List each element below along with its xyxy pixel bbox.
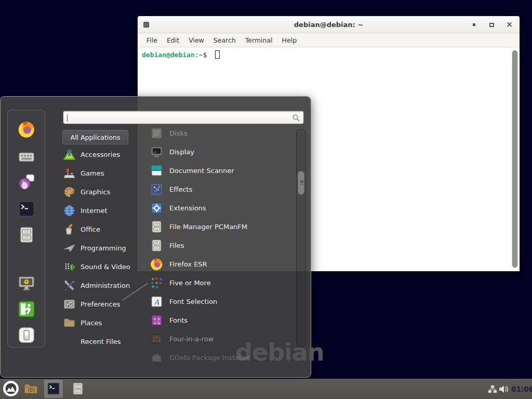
app-label: Font Selection [169, 298, 217, 305]
category-office[interactable]: Office [63, 220, 147, 238]
category-label: Programming [81, 244, 126, 252]
app-label: Fonts [169, 316, 188, 324]
taskbar-files-button[interactable] [71, 382, 85, 395]
network-icon[interactable] [488, 385, 497, 393]
app-display[interactable]: Display [150, 142, 295, 161]
menu-scrollbar[interactable] [296, 129, 306, 348]
favorite-terminal[interactable] [18, 200, 35, 218]
app-firefox-esr[interactable]: Firefox ESR [150, 255, 295, 273]
category-games[interactable]: Games [63, 164, 147, 182]
app-four-in-a-row[interactable]: Four-in-a-row [150, 329, 295, 348]
favorite-firefox[interactable] [18, 121, 35, 138]
logout-icon [18, 300, 35, 318]
taskbar: [D] 01:06 [0, 379, 532, 399]
app-label: Display [169, 148, 194, 156]
category-accessories[interactable]: Accessories [63, 145, 147, 164]
minimize-icon[interactable] [471, 21, 477, 28]
search-input[interactable] [63, 111, 304, 124]
category-internet[interactable]: Internet [63, 201, 147, 220]
power-icon [18, 326, 35, 344]
category-list: AccessoriesGamesGraphicsInternetOfficePr… [63, 145, 147, 351]
pidgin-icon [18, 173, 35, 191]
terminalapp-icon [18, 200, 35, 218]
cabinet-icon [18, 226, 35, 244]
favorite-pidgin[interactable] [18, 173, 35, 191]
app-document-scanner[interactable]: Document Scanner [150, 161, 295, 180]
app-label: Firefox ESR [169, 260, 207, 268]
category-graphics[interactable]: Graphics [63, 182, 147, 201]
administration-icon [63, 279, 76, 292]
app-label: Document Scanner [169, 167, 234, 175]
terminal-menu-view[interactable]: View [184, 35, 209, 46]
app-file-manager-pcmanfm[interactable]: File Manager PCManFM [150, 217, 295, 236]
favorite-keyboard[interactable] [18, 148, 35, 166]
search-icon [292, 114, 300, 122]
gdebi-icon [150, 351, 163, 364]
app-fonts[interactable]: aaa&Fonts [150, 311, 295, 329]
volume-icon[interactable] [499, 385, 509, 393]
app-label: Disks [169, 129, 188, 137]
window-controls [471, 16, 513, 33]
terminal-menubar: FileEditViewSearchTerminalHelp [138, 33, 520, 47]
close-icon[interactable] [506, 21, 513, 28]
favorite-lock-screen[interactable] [18, 274, 35, 292]
app-font-selection[interactable]: AFont Selection [150, 292, 295, 311]
desktop: debian@debian: ~ FileEditViewSearchTermi… [0, 0, 532, 399]
taskbar-terminal-button[interactable] [47, 382, 60, 395]
category-label: Sound & Video [81, 263, 130, 271]
terminal-scrollbar-thumb[interactable] [512, 50, 517, 268]
category-label: Recent Files [81, 338, 121, 345]
terminal-menu-search[interactable]: Search [209, 35, 241, 46]
app-extensions[interactable]: Extensions [150, 198, 295, 217]
lockscreen-icon [18, 274, 35, 292]
svg-text:A: A [154, 297, 160, 305]
all-applications-button[interactable]: All Applications [62, 130, 128, 144]
terminal-menu-terminal[interactable]: Terminal [241, 35, 277, 46]
firefox-icon [18, 121, 35, 138]
terminal-menu-help[interactable]: Help [277, 35, 302, 46]
prompt-separator: : [195, 51, 199, 59]
maximize-icon[interactable] [488, 21, 495, 28]
terminal-titlebar[interactable]: debian@debian: ~ [138, 16, 520, 33]
menu-scrollbar-thumb[interactable] [298, 171, 304, 195]
app-five-or-more[interactable]: Five or More [150, 273, 295, 292]
taskbar-menu-button[interactable] [3, 380, 19, 397]
app-files[interactable]: Files [150, 236, 295, 255]
app-disks[interactable]: Disks [150, 124, 295, 142]
app-label: Extensions [169, 204, 206, 212]
category-label: Preferences [81, 300, 120, 308]
category-label: Office [81, 225, 100, 233]
app-gdebi-package-installer[interactable]: GDebi Package Installer [150, 348, 295, 367]
app-label: Four-in-a-row [169, 335, 214, 343]
taskbar-file-manager-button[interactable]: [D] [24, 383, 38, 395]
preferences-icon [63, 298, 76, 311]
terminal-title: debian@debian: ~ [294, 21, 363, 29]
app-label: Five or More [169, 279, 211, 287]
favorite-shutdown[interactable] [18, 326, 35, 344]
prompt-symbol: $ [203, 51, 211, 59]
category-places[interactable]: Places [63, 313, 147, 332]
category-icon-spacer [63, 335, 76, 348]
category-label: Internet [81, 207, 108, 215]
internet-icon [63, 204, 76, 217]
category-programming[interactable]: Programming [63, 238, 147, 257]
fonts-icon: aaa& [150, 314, 163, 327]
text-caret [67, 114, 68, 121]
terminal-menu-file[interactable]: File [142, 35, 162, 46]
terminal-scrollbar[interactable] [511, 49, 518, 269]
display-icon [150, 145, 163, 158]
favorite-file-manager[interactable] [18, 226, 35, 244]
games-icon [63, 167, 76, 180]
terminal-menu-edit[interactable]: Edit [162, 35, 184, 46]
category-preferences[interactable]: Preferences [63, 295, 147, 313]
app-label: File Manager PCManFM [169, 223, 247, 231]
category-sound-video[interactable]: Sound & Video [63, 257, 147, 276]
clock[interactable]: 01:06 [511, 379, 532, 399]
fourinarow-icon [150, 332, 163, 345]
app-effects[interactable]: Effects [150, 180, 295, 198]
category-label: Administration [81, 282, 130, 289]
soundvideo-icon [63, 260, 76, 273]
extensions-icon [150, 202, 163, 215]
category-recent-files[interactable]: Recent Files [63, 332, 147, 351]
favorite-log-out[interactable] [18, 300, 35, 318]
